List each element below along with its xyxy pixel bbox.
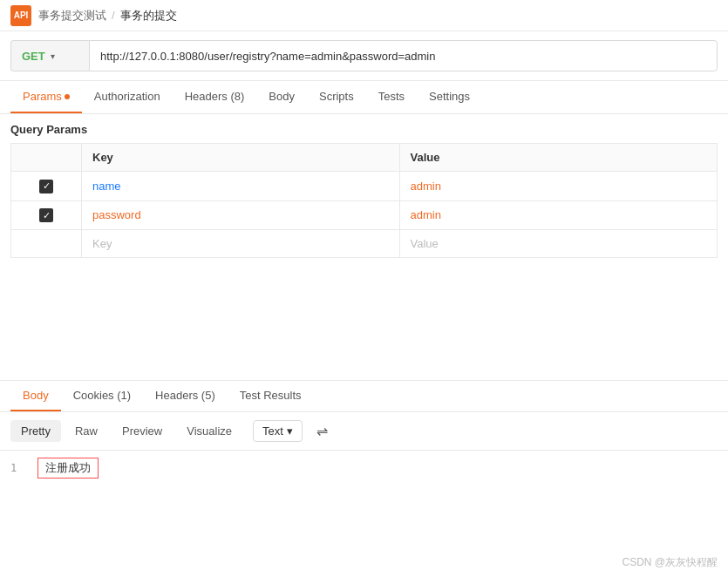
tab-params[interactable]: Params [10, 81, 82, 113]
col-check [11, 144, 82, 172]
row2-checkbox[interactable]: ✓ [39, 208, 53, 222]
response-text: 注册成功 [37, 458, 99, 479]
col-value: Value [399, 144, 718, 172]
breadcrumb-parent: 事务提交测试 [38, 8, 106, 24]
breadcrumb: 事务提交测试 / 事务的提交 [38, 8, 177, 24]
bottom-tab-body[interactable]: Body [10, 381, 61, 411]
method-select[interactable]: GET ▾ [10, 40, 89, 71]
empty-space [0, 258, 728, 380]
empty-key[interactable]: Key [82, 230, 400, 258]
request-tabs: Params Authorization Headers (8) Body Sc… [0, 81, 728, 114]
watermark: CSDN @灰灰快程醒 [622, 555, 718, 570]
table-row: ✓ password admin [11, 200, 718, 230]
params-dot [65, 94, 70, 99]
resp-tab-visualize[interactable]: Visualize [176, 420, 242, 442]
empty-checkbox-cell [11, 230, 82, 258]
tab-authorization[interactable]: Authorization [82, 81, 173, 113]
format-chevron-icon: ▾ [287, 424, 293, 438]
row1-value[interactable]: admin [399, 172, 718, 201]
tab-scripts[interactable]: Scripts [307, 81, 366, 113]
url-bar-section: GET ▾ [0, 31, 728, 81]
response-body: 1 注册成功 [0, 451, 728, 485]
row2-value[interactable]: admin [399, 200, 718, 230]
row2-checkbox-cell: ✓ [11, 200, 82, 230]
breadcrumb-current: 事务的提交 [120, 8, 177, 24]
row2-key[interactable]: password [82, 200, 400, 230]
row1-checkbox-cell: ✓ [11, 172, 82, 201]
col-key: Key [82, 144, 400, 172]
tab-body[interactable]: Body [256, 81, 307, 113]
tab-headers[interactable]: Headers (8) [173, 81, 257, 113]
row1-checkbox[interactable]: ✓ [39, 180, 53, 193]
format-select[interactable]: Text ▾ [253, 420, 303, 442]
resp-tab-preview[interactable]: Preview [112, 420, 173, 442]
query-params-section: Query Params Key Value ✓ name [0, 114, 728, 258]
tab-tests[interactable]: Tests [366, 81, 417, 113]
query-params-title: Query Params [10, 123, 718, 136]
top-bar: API 事务提交测试 / 事务的提交 [0, 0, 728, 31]
breadcrumb-separator: / [112, 9, 115, 22]
table-row: ✓ name admin [11, 172, 718, 201]
response-tabs: Body Cookies (1) Headers (5) Test Result… [0, 381, 728, 412]
response-toolbar: Pretty Raw Preview Visualize Text ▾ ⇌ [0, 412, 728, 451]
resp-tab-raw[interactable]: Raw [65, 420, 108, 442]
resp-tab-pretty[interactable]: Pretty [10, 420, 61, 442]
empty-value[interactable]: Value [399, 230, 718, 258]
row1-key[interactable]: name [82, 172, 400, 201]
url-input[interactable] [89, 40, 718, 71]
wrap-icon[interactable]: ⇌ [310, 419, 335, 443]
method-label: GET [22, 50, 45, 63]
bottom-section: Body Cookies (1) Headers (5) Test Result… [0, 380, 728, 485]
bottom-tab-cookies[interactable]: Cookies (1) [61, 381, 143, 411]
bottom-tab-test-results[interactable]: Test Results [228, 381, 314, 411]
table-row-empty: Key Value [11, 230, 718, 258]
chevron-down-icon: ▾ [51, 51, 55, 61]
app-logo: API [10, 5, 31, 26]
params-table: Key Value ✓ name admin [10, 143, 718, 258]
tab-settings[interactable]: Settings [417, 81, 482, 113]
bottom-tab-headers[interactable]: Headers (5) [143, 381, 228, 411]
line-number: 1 [10, 462, 17, 474]
